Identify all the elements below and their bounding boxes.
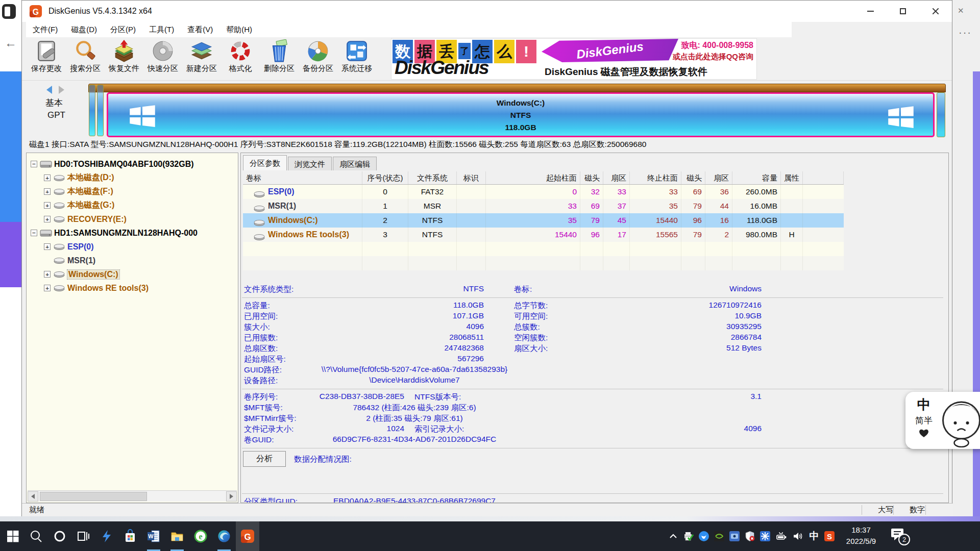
close-button[interactable]	[919, 1, 952, 22]
toolbar-save-button[interactable]: 保存更改	[27, 39, 66, 78]
ad-qq-link[interactable]: 或点击此处选择QQ咨询	[673, 52, 753, 62]
table-header-cell[interactable]	[803, 171, 844, 184]
tree-expander[interactable]: −	[31, 230, 37, 236]
tree-expander[interactable]: +	[44, 188, 51, 195]
taskbar-word-button[interactable]: W	[142, 521, 165, 551]
table-header-cell[interactable]: 扇区	[603, 171, 630, 184]
tree-expander[interactable]: +	[44, 174, 51, 181]
taskbar-start-button[interactable]	[1, 521, 24, 551]
taskbar-edge-button[interactable]	[212, 521, 236, 551]
taskbar-cortana-button[interactable]	[48, 521, 71, 551]
tree-expander[interactable]: +	[44, 285, 51, 291]
tree-partition-item[interactable]: +Windows(C:)	[27, 267, 238, 281]
menu-item-0[interactable]: 文件(F)	[26, 22, 64, 37]
table-header-cell[interactable]: 卷标	[243, 171, 362, 184]
partition-detail-panel: 分区参数浏览文件扇区编辑 卷标序号(状态)文件系统标识起始柱面磁头扇区终止柱面磁…	[240, 153, 949, 503]
minimize-button[interactable]	[854, 1, 887, 22]
tab-2[interactable]: 扇区编辑	[333, 157, 377, 170]
table-header-cell[interactable]: 终止柱面	[630, 171, 681, 184]
diskbar-partition-msr[interactable]	[97, 85, 104, 136]
toolbar-system-migrate-button[interactable]: 系统迁移	[337, 39, 376, 78]
tray-sogou-icon[interactable]: S	[823, 530, 836, 543]
tab-1[interactable]: 浏览文件	[288, 157, 332, 170]
table-header-cell[interactable]: 文件系统	[408, 171, 457, 184]
analyze-button[interactable]: 分析	[243, 451, 286, 467]
notification-center-button[interactable]: 2	[890, 528, 914, 546]
tray-nvidia-icon[interactable]	[713, 530, 726, 543]
tray-ime-mode-icon[interactable]: 中	[807, 530, 821, 543]
table-row-windows-re-tools-3-[interactable]: Windows RE tools(3)3NTFS1544096171556579…	[243, 228, 844, 242]
table-header-cell[interactable]: 容量	[732, 171, 781, 184]
taskbar-task-view-button[interactable]	[71, 521, 95, 551]
scroll-left-button[interactable]	[28, 491, 38, 502]
table-header-cell[interactable]: 磁头	[580, 171, 603, 184]
table-header-cell[interactable]: 属性	[781, 171, 803, 184]
toolbar-backup-partition-button[interactable]: 备份分区	[299, 39, 337, 78]
table-header-cell[interactable]: 标识	[457, 171, 486, 184]
tree-expander[interactable]: −	[31, 161, 37, 167]
menu-item-4[interactable]: 查看(V)	[181, 22, 219, 37]
maximize-button[interactable]	[887, 1, 919, 22]
tray-security-icon[interactable]	[743, 530, 756, 543]
table-row-esp-0-[interactable]: ESP(0)0FAT3203233336936260.0MB	[243, 185, 844, 199]
taskbar-thunder-button[interactable]	[95, 521, 118, 551]
menu-item-5[interactable]: 帮助(H)	[219, 22, 259, 37]
tree-expander[interactable]: +	[44, 271, 51, 278]
scrollbar-thumb[interactable]	[40, 492, 147, 501]
menu-item-3[interactable]: 工具(T)	[142, 22, 181, 37]
diskbar-partition-winre[interactable]	[937, 92, 945, 137]
table-header-cell[interactable]: 磁头	[681, 171, 705, 184]
toolbar-recover-files-button[interactable]: 恢复文件	[105, 39, 143, 78]
taskbar-file-explorer-button[interactable]	[165, 521, 189, 551]
tray-snowflake-app-icon[interactable]	[758, 530, 772, 543]
taskbar-microsoft-store-button[interactable]	[118, 521, 142, 551]
tree-partition-item[interactable]: MSR(1)	[27, 254, 238, 267]
scroll-right-button[interactable]	[226, 491, 237, 502]
tree-partition-item[interactable]: +本地磁盘(F:)	[27, 185, 238, 198]
ad-banner[interactable]: 数据丢了怎么! DiskGenius DiskGenius 致电: 400-00…	[391, 38, 757, 80]
diskbar-partition-windows-c[interactable]: Windows(C:) NTFS 118.0GB	[107, 92, 935, 137]
table-row-msr-1-[interactable]: MSR(1)1MSR33693735794416.0MB	[243, 199, 844, 213]
table-header-cell[interactable]: 扇区	[705, 171, 732, 184]
taskbar-clock[interactable]: 18:37 2022/5/9	[840, 524, 882, 547]
toolbar-format-button[interactable]: 格式化	[221, 39, 260, 78]
table-cell	[630, 242, 681, 256]
tree-expander[interactable]: +	[44, 202, 51, 209]
ime-status-widget[interactable]: 中 简半	[905, 392, 980, 449]
tree-partition-item[interactable]: +本地磁盘(G:)	[27, 198, 238, 212]
tree-partition-item[interactable]: +ESP(0)	[27, 240, 238, 254]
detail-value: 2866784	[603, 333, 762, 342]
recover-files-icon	[112, 39, 136, 63]
next-disk-arrow-icon[interactable]	[59, 86, 64, 94]
taskbar-green-browser-button[interactable]: e	[189, 521, 212, 551]
tree-horizontal-scrollbar[interactable]	[28, 490, 237, 502]
tray-dingtalk-icon[interactable]	[697, 530, 710, 543]
menu-item-1[interactable]: 磁盘(D)	[64, 22, 104, 37]
tree-disk-item[interactable]: −HD1:SAMSUNGMZNLN128HAHQ-000	[27, 226, 238, 240]
tray-printer-icon[interactable]	[682, 530, 695, 543]
toolbar-delete-partition-button[interactable]: 删除分区	[260, 39, 299, 78]
tree-partition-item[interactable]: +RECOVERY(E:)	[27, 212, 238, 226]
tray-hidden-icons-icon[interactable]	[667, 530, 680, 543]
table-row-windows-c-[interactable]: Windows(C:)2NTFS357945154409616118.0GB	[243, 213, 844, 228]
table-cell: 260.0MB	[732, 185, 781, 199]
toolbar-quick-partition-button[interactable]: 快速分区	[143, 39, 182, 78]
tray-volume-icon[interactable]	[791, 530, 804, 543]
taskbar-search-button[interactable]	[24, 521, 48, 551]
table-header-cell[interactable]: 序号(状态)	[362, 171, 408, 184]
tray-intel-graphics-icon[interactable]	[728, 530, 741, 543]
diskbar-partition-esp[interactable]	[89, 85, 95, 136]
tray-power-icon[interactable]	[775, 530, 788, 543]
tree-disk-item[interactable]: −HD0:TOSHIBAMQ04ABF100(932GB)	[27, 157, 238, 171]
toolbar-search-partition-button[interactable]: 搜索分区	[66, 39, 105, 78]
tree-expander[interactable]: +	[44, 216, 51, 222]
tab-0[interactable]: 分区参数	[243, 155, 287, 170]
tree-partition-item[interactable]: +本地磁盘(D:)	[27, 171, 238, 185]
taskbar-diskgenius-button[interactable]: G	[236, 521, 259, 551]
menu-item-2[interactable]: 分区(P)	[104, 22, 142, 37]
prev-disk-arrow-icon[interactable]	[46, 86, 52, 94]
tree-expander[interactable]: +	[44, 243, 51, 250]
table-header-cell[interactable]: 起始柱面	[486, 171, 580, 184]
tree-partition-item[interactable]: +Windows RE tools(3)	[27, 281, 238, 295]
toolbar-new-partition-button[interactable]: 新建分区	[182, 39, 221, 78]
